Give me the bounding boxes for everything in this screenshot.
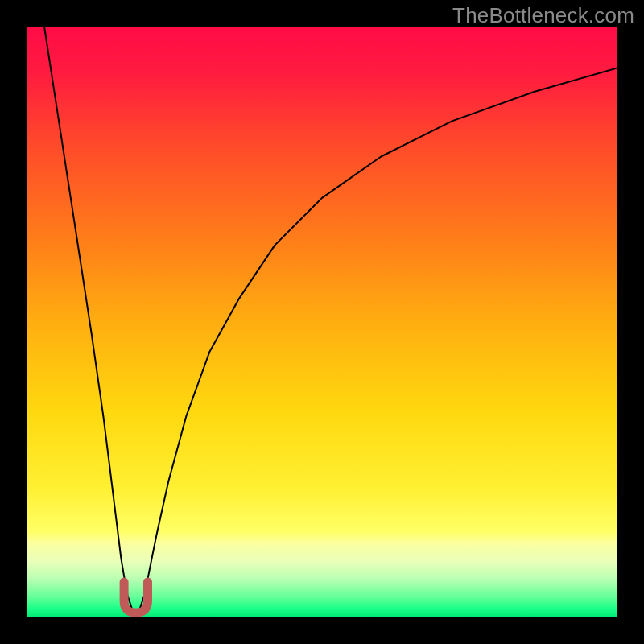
chart-frame: TheBottleneck.com	[0, 0, 644, 644]
plot-background	[27, 27, 617, 617]
bottleneck-chart	[0, 0, 644, 644]
watermark-text: TheBottleneck.com	[452, 3, 634, 28]
